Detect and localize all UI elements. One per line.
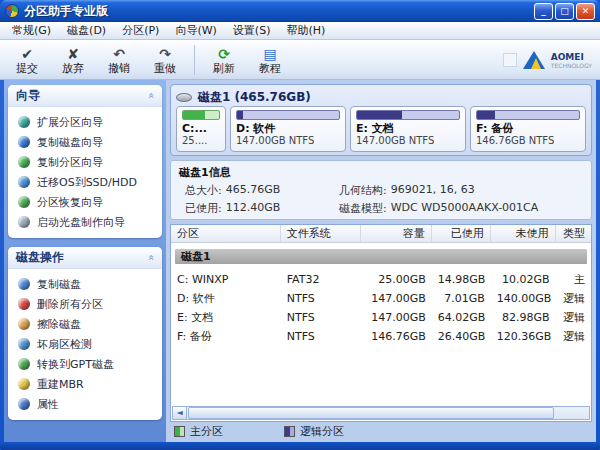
cell-partition: F: 备份 — [171, 327, 281, 346]
toolbar-button-label: 刷新 — [213, 62, 235, 75]
toolbar-button-label: 放弃 — [62, 62, 84, 75]
toolbar-button-icon: ✔ — [21, 46, 33, 62]
window-title: 分区助手专业版 — [24, 3, 534, 20]
partition-usage-fill — [357, 111, 402, 119]
table-row[interactable]: D: 软件 NTFS 147.00GB 7.01GB 140.00GB 逻辑 — [171, 289, 591, 308]
disk-operations-header[interactable]: 磁盘操作 « — [8, 247, 162, 269]
toolbar-button[interactable]: ↷ 重做 — [142, 42, 188, 78]
column-header-capacity[interactable]: 容量 — [361, 225, 432, 242]
wizard-item[interactable]: 扩展分区向导 — [8, 112, 162, 132]
disk-operation-item-icon — [18, 278, 30, 290]
partition-block[interactable]: C:... 25.... — [176, 106, 226, 152]
menu-item[interactable]: 分区(P) — [114, 22, 167, 40]
cell-type: 逻辑 — [556, 327, 591, 346]
legend-swatch — [284, 426, 295, 437]
wizard-item[interactable]: 复制分区向导 — [8, 152, 162, 172]
brand-area: AOMEI TECHNOLOGY — [503, 42, 596, 78]
partition-block-label: E: 文档 — [356, 122, 460, 135]
scrollbar-thumb[interactable] — [188, 407, 554, 419]
toolbar-button[interactable]: ⟳ 刷新 — [201, 42, 247, 78]
title-bar: 分区助手专业版 _ □ ✕ — [0, 0, 600, 22]
cell-capacity: 146.76GB — [361, 327, 432, 346]
menu-item[interactable]: 常规(G) — [4, 22, 59, 40]
wizard-item[interactable]: 复制磁盘向导 — [8, 132, 162, 152]
horizontal-scrollbar[interactable]: ◄ — [172, 406, 590, 420]
wizard-item[interactable]: 迁移OS到SSD/HDD — [8, 172, 162, 192]
cell-capacity: 147.00GB — [361, 308, 432, 327]
disk-info-field-value: 112.40GB — [226, 201, 281, 216]
menu-item[interactable]: 设置(S) — [225, 22, 279, 40]
cell-filesystem: NTFS — [281, 327, 361, 346]
disk-graph-panel: 磁盘1 (465.76GB) C:... 25.... — [170, 84, 592, 156]
table-header-row: 分区 文件系统 容量 已使用 未使用 类型 — [171, 225, 591, 243]
column-header-type[interactable]: 类型 — [556, 225, 591, 242]
column-header-partition[interactable]: 分区 — [171, 225, 281, 242]
disk-operation-item-label: 属性 — [37, 397, 59, 412]
cell-unused: 120.36GB — [491, 327, 556, 346]
disk-operation-item[interactable]: 坏扇区检测 — [8, 334, 162, 354]
disk-operation-item[interactable]: 重建MBR — [8, 374, 162, 394]
wizard-item[interactable]: 启动光盘制作向导 — [8, 212, 162, 232]
wizard-item-label: 迁移OS到SSD/HDD — [37, 175, 137, 190]
table-row[interactable]: C: WINXP FAT32 25.00GB 14.98GB 10.02GB 主 — [171, 270, 591, 289]
toolbar-button-icon: ⟳ — [218, 46, 230, 62]
disk-operation-item-icon — [18, 298, 30, 310]
logo-ghost-box — [503, 53, 517, 67]
scroll-left-arrow-icon[interactable]: ◄ — [173, 407, 187, 419]
toolbar-button-label: 教程 — [259, 62, 281, 75]
collapse-chevron-icon[interactable]: « — [145, 254, 156, 260]
partition-block-size: 25.... — [182, 135, 220, 147]
partition-block[interactable]: D: 软件 147.00GB NTFS — [230, 106, 346, 152]
partition-block-size: 147.00GB NTFS — [356, 135, 460, 147]
disk-info-field-value: 465.76GB — [226, 183, 281, 198]
disk-operation-item[interactable]: 复制磁盘 — [8, 274, 162, 294]
brand-sub: TECHNOLOGY — [551, 62, 592, 69]
wizard-item-icon — [18, 136, 30, 148]
disk-operation-item-label: 坏扇区检测 — [37, 337, 92, 352]
toolbar-button[interactable]: ✔ 提交 — [4, 42, 50, 78]
minimize-button[interactable]: _ — [534, 3, 553, 20]
menu-item[interactable]: 磁盘(D) — [59, 22, 114, 40]
column-header-filesystem[interactable]: 文件系统 — [281, 225, 361, 242]
cell-type: 主 — [556, 270, 591, 289]
disk-info-field: 几何结构: 969021, 16, 63 — [339, 183, 538, 198]
wizard-item-label: 启动光盘制作向导 — [37, 215, 125, 230]
collapse-chevron-icon[interactable]: « — [145, 92, 156, 98]
toolbar-separator — [194, 45, 195, 75]
legend-swatch — [174, 426, 185, 437]
wizard-panel-header[interactable]: 向导 « — [8, 85, 162, 107]
disk-operation-item[interactable]: 删除所有分区 — [8, 294, 162, 314]
legend-label: 逻辑分区 — [300, 424, 344, 439]
wizard-panel: 向导 « 扩展分区向导 复制磁盘向导 — [8, 85, 162, 238]
disk-operation-item-label: 删除所有分区 — [37, 297, 103, 312]
disk-info-field-value: WDC WD5000AAKX-001CA — [391, 201, 539, 216]
disk-group-row[interactable]: 磁盘1 — [175, 249, 587, 264]
disk-operation-item[interactable]: 擦除磁盘 — [8, 314, 162, 334]
toolbar-button[interactable]: ▤ 教程 — [247, 42, 293, 78]
sidebar: 向导 « 扩展分区向导 复制磁盘向导 — [4, 80, 166, 442]
disk-title: 磁盘1 (465.76GB) — [198, 89, 311, 106]
partition-usage-bar — [356, 110, 460, 120]
cell-used: 64.02GB — [432, 308, 491, 327]
menu-item[interactable]: 向导(W) — [167, 22, 224, 40]
partition-block[interactable]: E: 文档 147.00GB NTFS — [350, 106, 466, 152]
column-header-unused[interactable]: 未使用 — [491, 225, 556, 242]
column-header-used[interactable]: 已使用 — [432, 225, 491, 242]
toolbar-button[interactable]: ↶ 撤销 — [96, 42, 142, 78]
wizard-item[interactable]: 分区恢复向导 — [8, 192, 162, 212]
table-row[interactable]: F: 备份 NTFS 146.76GB 26.40GB 120.36GB 逻辑 — [171, 327, 591, 346]
legend-label: 主分区 — [190, 424, 223, 439]
maximize-button[interactable]: □ — [555, 3, 574, 20]
disk-operation-item[interactable]: 转换到GPT磁盘 — [8, 354, 162, 374]
toolbar-button[interactable]: ✘ 放弃 — [50, 42, 96, 78]
wizard-item-label: 扩展分区向导 — [37, 115, 103, 130]
disk-info-field: 已使用: 112.40GB — [185, 201, 339, 216]
partition-block[interactable]: F: 备份 146.76GB NTFS — [470, 106, 586, 152]
table-row[interactable]: E: 文档 NTFS 147.00GB 64.02GB 82.98GB 逻辑 — [171, 308, 591, 327]
partition-block-label: D: 软件 — [236, 122, 340, 135]
disk-operation-item[interactable]: 属性 — [8, 394, 162, 414]
menu-bar: 常规(G)磁盘(D)分区(P)向导(W)设置(S)帮助(H) — [0, 22, 600, 40]
wizard-item-label: 复制磁盘向导 — [37, 135, 103, 150]
close-button[interactable]: ✕ — [576, 3, 595, 20]
menu-item[interactable]: 帮助(H) — [278, 22, 333, 40]
